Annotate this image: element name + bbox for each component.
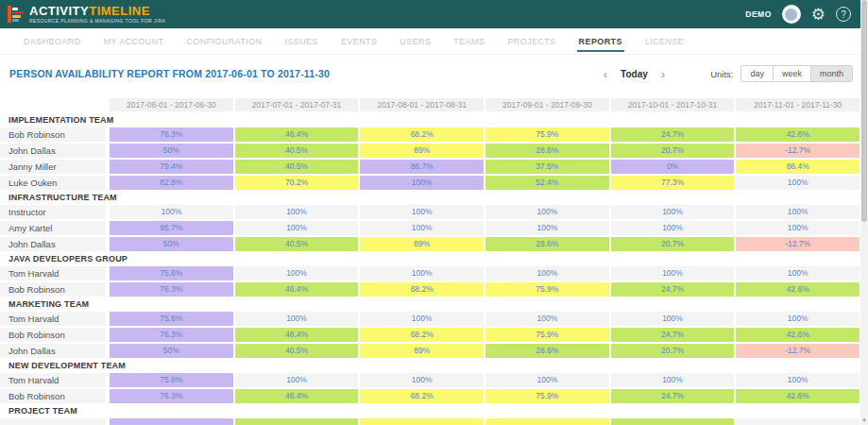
availability-cell[interactable]: 20.7% (611, 237, 735, 251)
availability-cell[interactable]: 100% (360, 176, 484, 190)
availability-cell[interactable]: 68.2% (360, 282, 484, 297)
availability-cell[interactable]: 100% (360, 221, 484, 235)
availability-cell[interactable]: 86.4% (736, 160, 859, 174)
availability-cell[interactable]: 100% (736, 373, 859, 387)
availability-cell[interactable]: 76.3% (110, 328, 233, 342)
person-name[interactable]: Amy Kartel (0, 221, 106, 235)
person-name[interactable]: Tom Harvald (0, 373, 106, 387)
availability-cell[interactable]: 100% (235, 373, 359, 387)
availability-cell[interactable]: 75.6% (110, 266, 233, 280)
nav-item-events[interactable]: EVENTS (330, 28, 388, 54)
person-name[interactable]: Bob Robinson (0, 282, 106, 297)
availability-cell[interactable]: 24.7% (611, 128, 735, 142)
availability-cell[interactable] (736, 418, 859, 425)
availability-cell[interactable]: 68.2% (360, 389, 484, 403)
availability-cell[interactable] (110, 418, 233, 425)
availability-cell[interactable]: 75.9% (485, 282, 609, 297)
availability-cell[interactable]: 100% (360, 266, 484, 280)
availability-cell[interactable]: 100% (485, 373, 609, 387)
person-name[interactable]: John Dallas (0, 144, 106, 158)
availability-cell[interactable]: 37.5% (485, 160, 609, 174)
availability-cell[interactable]: 46.4% (235, 328, 359, 342)
availability-cell[interactable]: 100% (485, 266, 609, 280)
person-name[interactable]: Tom Harvald (0, 312, 106, 326)
person-name[interactable]: Instructor (0, 205, 106, 219)
availability-cell[interactable]: 95.7% (110, 221, 233, 235)
availability-cell[interactable]: 24.7% (611, 328, 735, 342)
person-name[interactable]: John Dallas (0, 237, 106, 251)
availability-cell[interactable]: 46.4% (235, 282, 359, 297)
availability-cell[interactable]: 100% (611, 221, 735, 235)
user-avatar[interactable] (782, 5, 801, 24)
next-period-button[interactable]: › (655, 68, 671, 80)
availability-cell[interactable]: -12.7% (736, 344, 859, 358)
availability-cell[interactable]: 100% (736, 176, 859, 190)
availability-cell[interactable] (485, 418, 609, 425)
person-name[interactable]: Bob Robinson (0, 328, 106, 342)
availability-cell[interactable]: 68.2% (360, 328, 484, 342)
availability-cell[interactable]: 40.5% (235, 344, 359, 358)
nav-item-reports[interactable]: REPORTS (568, 28, 634, 54)
availability-cell[interactable]: 86.7% (360, 160, 484, 174)
availability-cell[interactable]: 52.4% (485, 176, 609, 190)
nav-item-issues[interactable]: ISSUES (274, 28, 330, 54)
availability-cell[interactable]: 42.6% (736, 128, 859, 142)
availability-cell[interactable]: 100% (235, 205, 359, 219)
person-name[interactable] (0, 418, 106, 425)
availability-cell[interactable]: 100% (611, 266, 735, 280)
availability-cell[interactable]: 76.3% (110, 128, 233, 142)
availability-cell[interactable]: 50% (110, 144, 233, 158)
scrollbar-thumb[interactable] (861, 0, 867, 222)
availability-cell[interactable]: 50% (110, 344, 233, 358)
availability-cell[interactable]: 24.7% (611, 282, 735, 297)
availability-cell[interactable]: 42.6% (736, 328, 859, 342)
person-name[interactable]: Bob Robinson (0, 389, 106, 403)
availability-cell[interactable]: 100% (235, 312, 359, 326)
availability-cell[interactable]: 20.7% (611, 144, 735, 158)
availability-cell[interactable]: 46.4% (235, 128, 359, 142)
availability-cell[interactable]: 100% (485, 205, 609, 219)
availability-cell[interactable]: 100% (736, 312, 859, 326)
availability-cell[interactable]: 100% (736, 266, 859, 280)
scrollbar-down-arrow-icon[interactable]: ▼ (860, 417, 868, 423)
availability-cell[interactable]: 100% (360, 312, 484, 326)
availability-cell[interactable]: 40.5% (235, 237, 359, 251)
availability-cell[interactable]: 20.7% (611, 344, 735, 358)
availability-cell[interactable]: 28.6% (485, 237, 609, 251)
availability-cell[interactable]: 75.6% (110, 373, 233, 387)
availability-cell[interactable]: 100% (611, 373, 735, 387)
availability-cell[interactable]: 82.8% (110, 176, 233, 190)
today-button[interactable]: Today (613, 69, 655, 79)
person-name[interactable]: Luke Ouken (0, 176, 106, 190)
availability-cell[interactable]: 100% (360, 373, 484, 387)
scrollbar[interactable]: ▼ (860, 0, 868, 425)
availability-cell[interactable]: 76.3% (110, 282, 233, 297)
units-day-button[interactable]: day (741, 66, 773, 81)
app-logo[interactable]: ACTIVITYTIMELINE RESOURCE PLANNING & MAN… (8, 5, 165, 24)
availability-cell[interactable]: 50% (110, 237, 233, 251)
availability-cell[interactable]: 100% (736, 221, 859, 235)
availability-cell[interactable]: -12.7% (736, 237, 859, 251)
person-name[interactable]: Tom Harvald (0, 266, 106, 280)
nav-item-license[interactable]: LICENSE (634, 28, 695, 54)
availability-cell[interactable]: 100% (485, 312, 609, 326)
nav-item-users[interactable]: USERS (388, 28, 442, 54)
availability-cell[interactable]: 89% (360, 344, 484, 358)
units-month-button[interactable]: month (810, 66, 852, 81)
availability-cell[interactable] (235, 418, 359, 425)
availability-cell[interactable]: 76.3% (110, 389, 233, 403)
availability-cell[interactable]: 100% (611, 312, 735, 326)
availability-cell[interactable]: 68.2% (360, 128, 484, 142)
availability-cell[interactable]: 89% (360, 237, 484, 251)
availability-cell[interactable]: 100% (485, 221, 609, 235)
availability-cell[interactable]: 28.6% (485, 144, 609, 158)
availability-cell[interactable]: 100% (110, 205, 233, 219)
availability-cell[interactable]: 100% (611, 205, 735, 219)
availability-cell[interactable]: 42.6% (736, 282, 859, 297)
nav-item-my-account[interactable]: MY ACCOUNT (93, 28, 176, 54)
availability-cell[interactable]: 42.6% (736, 389, 859, 403)
prev-period-button[interactable]: ‹ (598, 68, 613, 80)
availability-cell[interactable]: -12.7% (736, 144, 859, 158)
availability-cell[interactable]: 75.9% (485, 328, 609, 342)
settings-gear-icon[interactable]: ⚙ (811, 7, 825, 23)
